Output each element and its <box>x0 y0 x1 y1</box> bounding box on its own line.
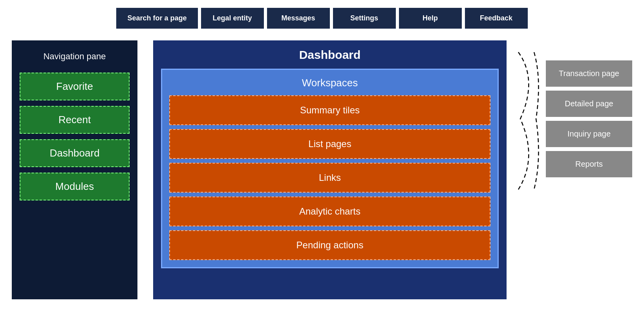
nav-pane-title: Navigation pane <box>43 51 106 62</box>
dashboard: Dashboard Workspaces Summary tiles List … <box>153 40 507 299</box>
workspace-pending-actions[interactable]: Pending actions <box>169 230 490 260</box>
nav-item-dashboard[interactable]: Dashboard <box>20 139 130 167</box>
workspace-links[interactable]: Links <box>169 163 490 193</box>
dashed-arrow-icon <box>514 40 546 197</box>
workspaces-title: Workspaces <box>169 77 490 89</box>
workspaces-box: Workspaces Summary tiles List pages Link… <box>161 69 499 268</box>
workspace-summary-tiles[interactable]: Summary tiles <box>169 95 490 125</box>
nav-help-button[interactable]: Help <box>399 8 462 29</box>
nav-messages-button[interactable]: Messages <box>267 8 330 29</box>
nav-feedback-button[interactable]: Feedback <box>465 8 528 29</box>
right-panel-area: Transaction page Detailed page Inquiry p… <box>514 40 632 197</box>
dashboard-title: Dashboard <box>161 48 499 62</box>
nav-item-favorite[interactable]: Favorite <box>20 73 130 100</box>
workspace-analytic-charts[interactable]: Analytic charts <box>169 197 490 226</box>
nav-settings-button[interactable]: Settings <box>333 8 396 29</box>
right-card-transaction-page[interactable]: Transaction page <box>546 60 632 87</box>
nav-search-button[interactable]: Search for a page <box>116 8 198 29</box>
right-card-reports[interactable]: Reports <box>546 151 632 177</box>
navigation-pane: Navigation pane Favorite Recent Dashboar… <box>12 40 137 299</box>
right-cards: Transaction page Detailed page Inquiry p… <box>546 60 632 177</box>
top-navigation: Search for a page Legal entity Messages … <box>0 0 644 36</box>
workspace-list-pages[interactable]: List pages <box>169 129 490 159</box>
nav-item-modules[interactable]: Modules <box>20 173 130 200</box>
right-card-inquiry-page[interactable]: Inquiry page <box>546 121 632 147</box>
main-content: Navigation pane Favorite Recent Dashboar… <box>0 36 644 307</box>
nav-legal-entity-button[interactable]: Legal entity <box>201 8 264 29</box>
right-card-detailed-page[interactable]: Detailed page <box>546 91 632 117</box>
nav-item-recent[interactable]: Recent <box>20 106 130 134</box>
